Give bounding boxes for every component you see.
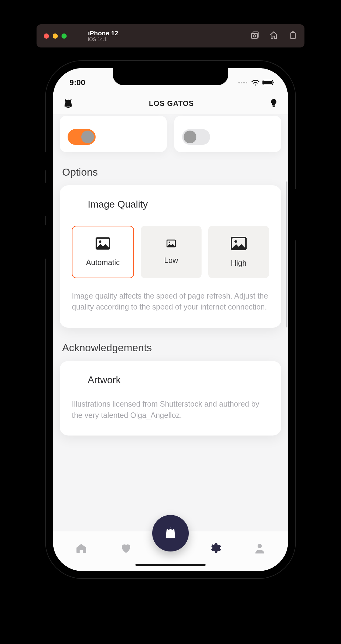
window-close-button[interactable] — [44, 33, 49, 39]
svg-point-7 — [99, 240, 101, 243]
svg-point-12 — [258, 544, 262, 548]
tab-favorites[interactable] — [118, 540, 135, 557]
light-bulb-icon[interactable] — [269, 98, 278, 109]
toggle-card-right — [174, 116, 281, 152]
svg-point-1 — [253, 35, 256, 37]
quality-option-low[interactable]: Low — [141, 226, 202, 278]
mute-switch — [43, 152, 46, 170]
acknowledgements-card: Artwork Illustrations licensed from Shut… — [60, 361, 281, 436]
shopping-bag-icon — [164, 526, 177, 541]
tab-settings[interactable] — [206, 540, 223, 557]
rotate-icon[interactable] — [288, 31, 297, 41]
wifi-icon — [251, 79, 259, 86]
cat-icon[interactable] — [63, 97, 74, 110]
status-time: 9:00 — [69, 78, 85, 87]
home-indicator[interactable] — [135, 564, 206, 566]
quality-option-high[interactable]: High — [208, 226, 269, 278]
image-quality-description: Image quality affects the speed of page … — [72, 290, 269, 313]
tab-home[interactable] — [73, 540, 90, 557]
shop-fab[interactable] — [152, 515, 189, 551]
toggle-card-left — [60, 116, 167, 152]
quality-option-automatic[interactable]: Automatic — [72, 226, 134, 278]
svg-rect-4 — [263, 81, 272, 84]
image-icon — [231, 237, 247, 252]
volume-down-button — [43, 225, 46, 259]
home-icon[interactable] — [269, 31, 278, 41]
device-name: iPhone 12 — [88, 30, 118, 37]
phone-frame: 9:00 LOS GATOS — [46, 61, 295, 578]
acknowledgements-body: Illustrations licensed from Shutterstock… — [72, 398, 269, 421]
phone-screen: 9:00 LOS GATOS — [53, 68, 288, 571]
image-icon — [167, 240, 176, 249]
scroll-indicator[interactable] — [286, 181, 287, 327]
app-header: LOS GATOS — [53, 93, 288, 114]
image-quality-card: Image Quality Automatic Low — [60, 185, 281, 328]
traffic-lights — [44, 33, 67, 39]
notch — [113, 68, 228, 85]
volume-up-button — [43, 183, 46, 216]
image-icon — [96, 237, 110, 251]
quality-option-label: Automatic — [86, 258, 120, 267]
device-os-version: iOS 14.1 — [88, 37, 118, 42]
quality-option-label: Low — [164, 256, 178, 265]
acknowledgements-title: Artwork — [88, 374, 269, 386]
app-title: LOS GATOS — [149, 99, 194, 108]
svg-rect-0 — [251, 33, 258, 38]
svg-point-11 — [234, 240, 237, 243]
simulator-window-bar: iPhone 12 iOS 14.1 — [37, 24, 304, 47]
section-title-options: Options — [62, 166, 279, 178]
tab-profile[interactable] — [251, 540, 268, 557]
image-quality-options: Automatic Low High — [72, 226, 269, 278]
svg-rect-2 — [291, 33, 295, 39]
toggle-row — [60, 116, 281, 152]
section-title-acknowledgements: Acknowledgements — [62, 342, 279, 354]
window-fullscreen-button[interactable] — [62, 33, 67, 39]
svg-rect-5 — [273, 82, 274, 83]
quality-option-label: High — [231, 259, 246, 268]
scroll-content[interactable]: Options Image Quality Automatic Low — [53, 114, 288, 571]
device-label: iPhone 12 iOS 14.1 — [88, 30, 118, 42]
power-button — [295, 189, 298, 240]
screenshot-icon[interactable] — [250, 31, 259, 41]
toggle-switch-left[interactable] — [68, 129, 96, 145]
cellular-icon — [238, 82, 247, 83]
svg-point-9 — [169, 241, 170, 243]
image-quality-title: Image Quality — [88, 199, 269, 210]
battery-icon — [262, 79, 275, 86]
toggle-switch-right[interactable] — [182, 129, 210, 145]
window-minimize-button[interactable] — [53, 33, 58, 39]
